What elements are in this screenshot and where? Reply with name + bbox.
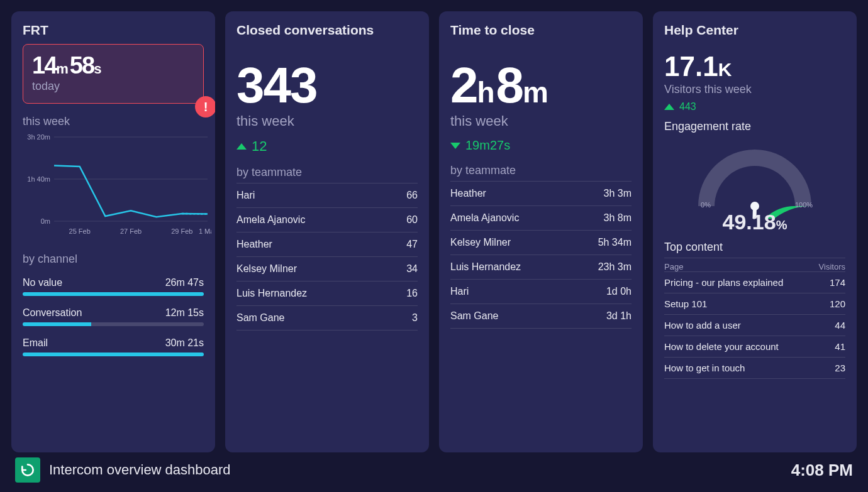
frt-today-value: 14m58s (32, 53, 194, 77)
list-item: How to get in touch23 (664, 357, 845, 379)
list-item: Pricing - our plans explained174 (664, 271, 845, 293)
engagement-label: Engagement rate (664, 120, 845, 133)
list-item: How to add a user44 (664, 314, 845, 336)
list-item: Hari66 (236, 183, 418, 207)
dashboard-grid: FRT 14m58s today ! this week 0m1h 40m3h … (0, 0, 868, 452)
list-item: Sam Gane3 (236, 305, 418, 331)
ttc-title: Time to close (450, 23, 632, 38)
list-item: Kelsey Milner34 (236, 256, 418, 281)
svg-text:0%: 0% (701, 201, 711, 209)
caret-up-icon (236, 143, 247, 150)
list-item: Heather47 (236, 232, 418, 256)
frt-card: FRT 14m58s today ! this week 0m1h 40m3h … (11, 11, 215, 452)
list-item: Amela Ajanovic60 (236, 207, 418, 232)
ttc-delta: 19m27s (450, 138, 632, 153)
ttc-bylabel: by teammate (450, 164, 632, 177)
closed-period: this week (236, 113, 418, 129)
list-item: Hari1d 0h (450, 279, 632, 303)
list-item: Luis Hernandez16 (236, 281, 418, 305)
list-item: Setup 101120 (664, 293, 845, 314)
ttc-value: 2h8m (450, 60, 632, 111)
help-visitors-label: Visitors this week (664, 83, 845, 96)
frt-thisweek-label: this week (23, 115, 204, 128)
list-item: Kelsey Milner5h 34m (450, 230, 632, 254)
footer: Intercom overview dashboard 4:08 PM (0, 452, 868, 488)
closed-title: Closed conversations (236, 23, 418, 38)
channel-row: No value26m 47s (23, 277, 204, 296)
closed-value: 343 (236, 60, 418, 111)
frt-bychannel-label: by channel (23, 253, 204, 266)
frt-today-box: 14m58s today ! (23, 44, 204, 104)
svg-text:1 Mar: 1 Mar (199, 227, 211, 235)
topcontent-label: Top content (664, 241, 845, 254)
closed-card: Closed conversations 343 this week 12 by… (225, 11, 429, 452)
svg-text:3h 20m: 3h 20m (27, 133, 50, 141)
frt-today-label: today (32, 80, 194, 93)
svg-text:0m: 0m (41, 217, 50, 225)
svg-text:100%: 100% (795, 201, 813, 209)
alert-icon: ! (195, 96, 215, 118)
svg-point-12 (750, 202, 759, 210)
svg-text:25 Feb: 25 Feb (69, 227, 91, 235)
svg-text:29 Feb: 29 Feb (171, 227, 192, 235)
list-item: Sam Gane3d 1h (450, 303, 632, 329)
channel-row: Conversation12m 15s (23, 307, 204, 326)
clock: 4:08 PM (791, 461, 853, 480)
closed-delta: 12 (236, 138, 418, 155)
frt-title: FRT (23, 23, 204, 38)
help-visitors: 17.1K (664, 53, 845, 80)
svg-text:1h 40m: 1h 40m (27, 175, 50, 183)
ttc-period: this week (450, 113, 632, 129)
engagement-gauge: 0%100% 49.18% (664, 137, 845, 234)
help-delta: 443 (664, 101, 845, 112)
app-logo (15, 457, 40, 483)
svg-text:27 Feb: 27 Feb (120, 227, 142, 235)
frt-line-chart: 0m1h 40m3h 20m25 Feb27 Feb29 Feb1 Mar (23, 132, 204, 241)
help-title: Help Center (664, 23, 845, 38)
topcontent-header: PageVisitors (664, 258, 845, 271)
list-item: Luis Hernandez23h 3m (450, 254, 632, 279)
caret-down-icon (450, 143, 460, 149)
caret-up-icon (664, 104, 674, 110)
channel-row: Email30m 21s (23, 337, 204, 356)
ttc-card: Time to close 2h8m this week 19m27s by t… (439, 11, 643, 452)
list-item: Heather3h 3m (450, 181, 632, 205)
dashboard-title: Intercom overview dashboard (49, 462, 231, 478)
list-item: How to delete your account41 (664, 336, 845, 357)
help-card: Help Center 17.1K Visitors this week 443… (653, 11, 857, 452)
closed-bylabel: by teammate (236, 166, 418, 179)
list-item: Amela Ajanovic3h 8m (450, 205, 632, 230)
